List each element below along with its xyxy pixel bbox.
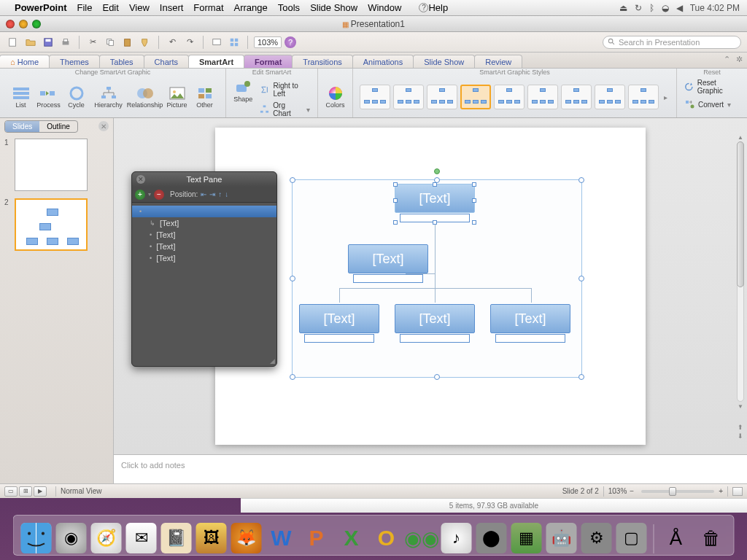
move-up-button[interactable]: ↑ [218, 190, 222, 198]
menu-slideshow[interactable]: Slide Show [310, 2, 357, 13]
menu-format[interactable]: Format [193, 2, 223, 13]
resize-handle[interactable] [578, 276, 584, 281]
qat-format-painter-icon[interactable] [138, 35, 152, 50]
style-thumb-2[interactable] [393, 85, 424, 109]
dock-terminal-icon[interactable]: ▢ [616, 523, 647, 553]
slide-thumb-1[interactable]: 1 [4, 139, 109, 191]
rotation-handle[interactable] [434, 168, 440, 174]
panel-slides-tab[interactable]: Slides [5, 121, 39, 132]
ribbon-collapse-icon[interactable]: ⌃ [724, 55, 730, 64]
text-pane-item-4[interactable]: •[Text] [132, 241, 276, 252]
smartart-picture-button[interactable]: Picture [164, 84, 190, 110]
reset-graphic-button[interactable]: Reset Graphic [681, 78, 743, 96]
style-thumb-8[interactable] [595, 85, 625, 109]
text-pane-item-2[interactable]: ↳[Text] [132, 217, 276, 229]
smartart-other-button[interactable]: Other [192, 84, 218, 110]
convert-button[interactable]: Convert▾ [681, 98, 734, 110]
demote-button[interactable]: ⇥ [209, 190, 215, 198]
status-wifi-icon[interactable]: ◒ [662, 3, 669, 13]
style-thumb-1[interactable] [360, 85, 390, 109]
status-eject-icon[interactable]: ⏏ [619, 3, 627, 13]
qat-paste-icon[interactable] [120, 35, 135, 50]
qat-sections-icon[interactable] [227, 35, 241, 50]
dock-excel-icon[interactable]: X [336, 523, 367, 553]
dock-finder-icon[interactable] [21, 523, 52, 553]
org-node-assistant[interactable]: [Text] [348, 244, 428, 273]
slide-thumb-2[interactable]: 2 [4, 198, 109, 251]
menu-tools[interactable]: Tools [278, 2, 300, 13]
dock-automator-icon[interactable]: 🤖 [546, 523, 577, 553]
status-volume-icon[interactable]: ◀ [676, 3, 683, 13]
menu-view[interactable]: View [129, 2, 150, 13]
dock-word-icon[interactable]: W [266, 523, 297, 553]
styles-more-icon[interactable]: ▸ [661, 93, 670, 101]
next-slide-icon[interactable]: ⬇ [738, 432, 743, 440]
dock-dashboard-icon[interactable]: ◉ [56, 523, 87, 553]
status-bluetooth-icon[interactable]: ᛒ [649, 3, 654, 13]
panel-mode-segment[interactable]: Slides Outline [4, 120, 78, 133]
resize-handle[interactable] [434, 374, 440, 380]
zoom-slider[interactable] [641, 490, 714, 493]
dock-contacts-icon[interactable]: 📓 [161, 523, 192, 553]
style-thumb-4-selected[interactable] [460, 85, 491, 109]
org-node-child-1[interactable]: [Text] [299, 304, 379, 333]
resize-handle[interactable] [578, 177, 584, 183]
text-pane-resize-handle[interactable]: ◢ [270, 357, 275, 365]
spotlight-help-icon[interactable]: ? [419, 3, 428, 12]
status-sync-icon[interactable]: ↻ [635, 3, 642, 13]
panel-outline-tab[interactable]: Outline [39, 121, 77, 132]
dock-firefox-icon[interactable]: 🦊 [231, 523, 262, 553]
style-thumb-9[interactable] [628, 85, 659, 109]
qat-undo-icon[interactable]: ↶ [165, 35, 179, 50]
dock-app-generic-2[interactable]: ▦ [511, 523, 542, 553]
resize-handle[interactable] [290, 276, 295, 281]
menu-edit[interactable]: Edit [102, 2, 118, 13]
style-thumb-6[interactable] [527, 85, 558, 109]
style-thumb-7[interactable] [561, 85, 592, 109]
window-close-button[interactable] [6, 20, 15, 28]
text-pane-item-5[interactable]: •[Text] [132, 252, 276, 264]
qat-new-icon[interactable] [6, 35, 20, 50]
tab-themes[interactable]: Themes [49, 55, 100, 68]
qat-open-icon[interactable] [23, 35, 38, 50]
tab-format[interactable]: Format [244, 55, 293, 68]
dock-trash-icon[interactable]: 🗑 [696, 523, 727, 553]
zoom-percent[interactable]: 103% [608, 487, 627, 495]
app-menu[interactable]: PowerPoint [15, 2, 67, 13]
smartart-list-button[interactable]: List [8, 84, 34, 110]
qat-redo-icon[interactable]: ↷ [182, 35, 197, 50]
colors-button[interactable]: Colors [322, 84, 349, 110]
dock-itunes-icon[interactable]: ♪ [441, 523, 472, 553]
ribbon-gear-icon[interactable]: ✲ [736, 55, 743, 64]
zoom-out-button[interactable]: − [630, 487, 634, 495]
zoom-combo[interactable]: 103% [254, 36, 282, 48]
tab-home[interactable]: Home [0, 55, 50, 68]
org-node-child-3[interactable]: [Text] [490, 304, 570, 333]
qat-print-icon[interactable] [58, 35, 73, 50]
scroll-up-icon[interactable]: ▲ [737, 133, 744, 141]
notes-pane[interactable]: Click to add notes [114, 454, 747, 483]
resize-handle[interactable] [578, 374, 584, 380]
style-thumb-5[interactable] [494, 85, 525, 109]
text-pane-item-3[interactable]: •[Text] [132, 229, 276, 241]
qat-new-slide-icon[interactable] [209, 35, 224, 50]
scroll-down-icon[interactable]: ▼ [737, 402, 744, 411]
text-pane-window[interactable]: ✕ Text Pane +▾ − Position: ⇤ ⇥ ↑ ↓ • ↳[T… [131, 171, 277, 367]
text-pane-remove-button[interactable]: − [154, 190, 164, 200]
dock-mail-icon[interactable]: ✉︎ [126, 523, 157, 553]
help-button[interactable]: ? [285, 36, 296, 48]
edit-shape-button[interactable]: Shape [231, 78, 255, 104]
tab-slideshow[interactable]: Slide Show [413, 55, 475, 68]
org-node-child-2[interactable]: [Text] [395, 304, 475, 333]
view-sorter-icon[interactable]: ⊞ [19, 486, 32, 497]
zoom-in-button[interactable]: + [719, 487, 723, 495]
dock-powerpoint-icon[interactable]: P [301, 523, 332, 553]
tab-animations[interactable]: Animations [352, 55, 414, 68]
qat-save-icon[interactable] [41, 35, 55, 50]
menu-file[interactable]: File [77, 2, 93, 13]
panel-close-icon[interactable]: ✕ [98, 121, 109, 131]
right-to-left-button[interactable]: Right to Left [257, 81, 313, 98]
move-down-button[interactable]: ↓ [225, 190, 228, 198]
qat-cut-icon[interactable]: ✂ [85, 35, 100, 50]
scrollbar-thumb[interactable] [737, 141, 744, 287]
